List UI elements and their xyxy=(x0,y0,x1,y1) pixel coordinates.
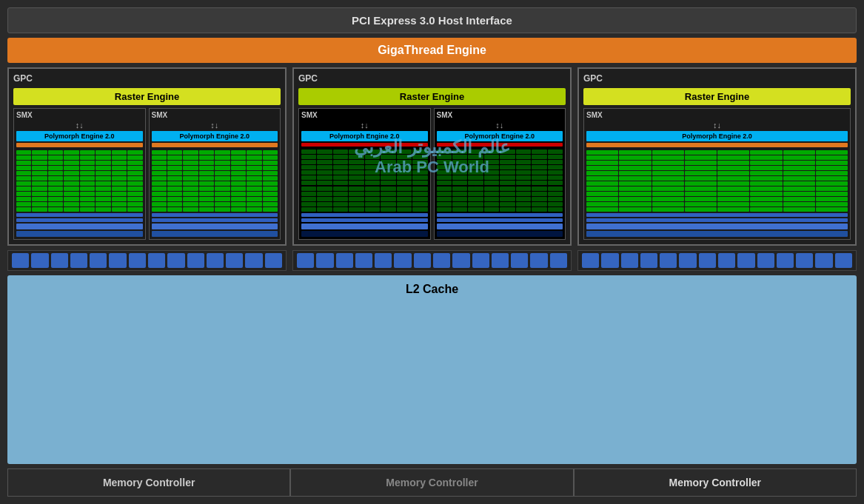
cuda-grid-left-2 xyxy=(152,150,278,212)
crossbar-group-left xyxy=(7,250,287,271)
memory-controller-right: Memory Controller xyxy=(574,468,857,497)
gpc-right-label: GPC xyxy=(583,73,851,84)
gigathread-bar: GigaThread Engine xyxy=(7,38,857,63)
l2-cache-bar: L2 Cache xyxy=(7,275,857,464)
smx-left-2: SMX ↕↓ Polymorph Engine 2.0 xyxy=(149,108,281,240)
memory-controllers-row: Memory Controller Memory Controller Memo… xyxy=(7,468,857,497)
memory-controller-left: Memory Controller xyxy=(7,468,290,497)
smx-row-middle: SMX ↕↓ Polymorph Engine 2.0 xyxy=(298,108,566,240)
crossbars-row xyxy=(7,250,857,271)
cuda-grid-middle-2 xyxy=(437,149,563,212)
polymorph-middle-2: Polymorph Engine 2.0 xyxy=(437,131,563,141)
raster-engine-middle: Raster Engine xyxy=(298,88,566,105)
smx-middle-2: SMX ↕↓ Polymorph Engine 2.0 xyxy=(434,108,566,240)
smx-right-1: SMX ↕↓ Polymorph Engine 2.0 xyxy=(583,108,851,240)
smx-row-left: SMX ↕↓ Polymorph Engine 2.0 xyxy=(13,108,281,240)
crossbar-group-right xyxy=(577,250,857,271)
polymorph-right-1: Polymorph Engine 2.0 xyxy=(586,131,848,141)
smx-row-right: SMX ↕↓ Polymorph Engine 2.0 xyxy=(583,108,851,240)
gpc-right: GPC Raster Engine SMX ↕↓ Polymorph Engin… xyxy=(577,67,857,246)
gpc-left: GPC Raster Engine SMX ↕↓ Polymorph Engin… xyxy=(7,67,287,246)
gpc-left-label: GPC xyxy=(13,73,281,84)
gpc-middle: GPC Raster Engine SMX ↕↓ Polymorph Engin… xyxy=(292,67,572,246)
cuda-grid-middle-1 xyxy=(301,149,428,212)
cuda-grid-left-1 xyxy=(16,150,143,212)
raster-engine-right: Raster Engine xyxy=(583,88,851,105)
gigathread-label: GigaThread Engine xyxy=(378,44,486,56)
polymorph-left-2: Polymorph Engine 2.0 xyxy=(152,131,278,141)
pci-label: PCI Express 3.0 Host Interface xyxy=(352,14,512,27)
main-container: PCI Express 3.0 Host Interface GigaThrea… xyxy=(0,0,864,504)
gpcs-row: GPC Raster Engine SMX ↕↓ Polymorph Engin… xyxy=(7,67,857,246)
raster-engine-left: Raster Engine xyxy=(13,88,281,105)
crossbar-group-middle xyxy=(292,250,572,271)
l2-cache-label: L2 Cache xyxy=(406,283,458,295)
memory-controller-middle: Memory Controller xyxy=(290,468,573,497)
gpc-middle-label: GPC xyxy=(298,73,566,84)
smx-middle-1: SMX ↕↓ Polymorph Engine 2.0 xyxy=(298,108,431,240)
cuda-grid-right-1 xyxy=(586,150,848,212)
polymorph-left-1: Polymorph Engine 2.0 xyxy=(16,131,143,141)
polymorph-middle-1: Polymorph Engine 2.0 xyxy=(301,131,428,141)
smx-left-1: SMX ↕↓ Polymorph Engine 2.0 xyxy=(13,108,146,240)
pci-bar: PCI Express 3.0 Host Interface xyxy=(7,7,857,33)
